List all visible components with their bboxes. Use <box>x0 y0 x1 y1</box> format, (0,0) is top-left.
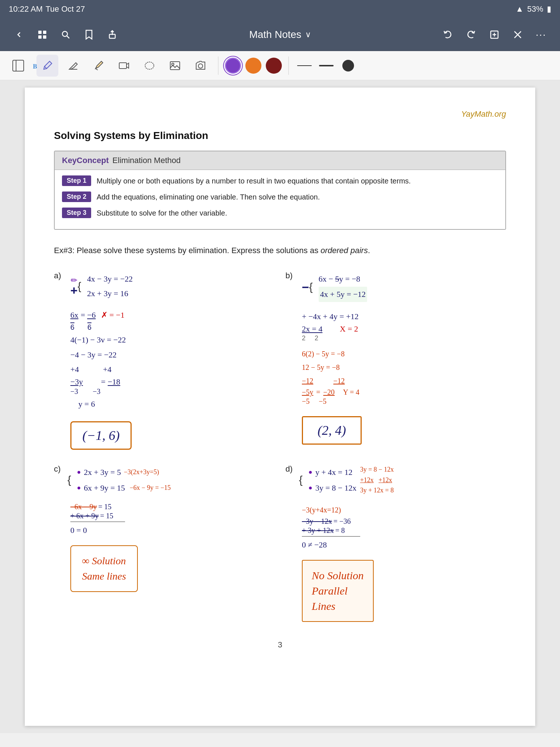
title-chevron[interactable]: ∨ <box>305 30 311 39</box>
section-title: Solving Systems by Elimination <box>54 130 506 142</box>
grid-button[interactable] <box>34 27 50 43</box>
exercise-d-rearrange: 3y = 8 − 12x +12x +12x 3y + 12x = 8 <box>360 464 394 496</box>
exercise-b-label: b) <box>285 271 296 280</box>
eq-b1: 6x − 5y = −8 <box>319 272 367 286</box>
step-1-text: Multiply one or both equations by a numb… <box>97 175 411 186</box>
exercise-grid: a) ✏ + { <box>54 271 506 626</box>
exercise-b: b) − { 6x − 5y = −8 4x + 5y = −12 <box>285 271 506 453</box>
status-bar: 10:22 AM Tue Oct 27 ▲ 53% ▮ <box>0 0 560 18</box>
answer-d: No SolutionParallelLines <box>302 560 374 622</box>
exercise-c-content: { ● 2x + 3y = 5 −3(2x+3y=5) ● <box>70 464 171 592</box>
svg-line-5 <box>67 36 70 38</box>
eq-c1: 2x + 3y = 5 <box>84 465 121 479</box>
exercise-d-label: d) <box>285 464 296 474</box>
key-concept-label: KeyConcept <box>62 156 109 165</box>
eq-c2: 6x + 9y = 15 <box>84 481 125 495</box>
close-button[interactable] <box>510 27 526 43</box>
eq-d2: 3y = 8 − 12x <box>315 481 357 495</box>
exercise-d: d) { ● y + 4x = 12 <box>285 464 506 626</box>
exercise-d-content: { ● y + 4x = 12 ● 3y = 8 − 12x <box>302 464 394 622</box>
sidebar-toggle[interactable] <box>7 55 29 77</box>
redo-button[interactable] <box>463 27 479 43</box>
eq-a2: 2x + 3y = 16 <box>87 287 133 300</box>
step-2-badge: Step 2 <box>62 191 91 202</box>
svg-rect-19 <box>170 62 180 70</box>
exercise-a-label: a) <box>54 271 65 280</box>
step-3-row: Step 3 Substitute to solve for the other… <box>62 208 498 218</box>
camera-tool[interactable] <box>190 55 211 77</box>
separator-2 <box>288 57 289 75</box>
page-container: YayMath.org Solving Systems by Eliminati… <box>0 80 560 733</box>
document-title: Math Notes <box>249 29 301 40</box>
exercise-a-content: ✏ + { 4x − 3y = −22 2x + 3y = 16 <box>70 271 133 450</box>
document-page: YayMath.org Solving Systems by Eliminati… <box>25 88 535 726</box>
exercise-c-work: −6x − 9y = 15 + 6x + 9y = 15 0 = 0 <box>70 499 171 542</box>
svg-rect-12 <box>13 60 24 71</box>
watermark: YayMath.org <box>54 109 506 119</box>
svg-rect-1 <box>43 31 46 34</box>
main-toolbar: Math Notes ∨ <box>0 18 560 51</box>
toolbar-left <box>11 27 120 43</box>
answer-a: (−1, 6) <box>70 421 132 450</box>
wifi-icon: ▲ <box>516 4 524 14</box>
eq-b2: 4x + 5y = −12 <box>319 287 367 302</box>
exercise-a: a) ✏ + { <box>54 271 275 453</box>
exercise-d-work: −3(y+4x=12) −3y − 12x = −36 + 3y + 12x =… <box>302 499 394 556</box>
separator-1 <box>218 57 218 75</box>
undo-button[interactable] <box>440 27 456 43</box>
color-purple[interactable] <box>225 58 241 74</box>
svg-point-18 <box>145 62 154 69</box>
battery: 53% <box>527 4 543 14</box>
step-3-text: Substitute to solve for the other variab… <box>97 208 227 218</box>
date: Tue Oct 27 <box>46 4 85 14</box>
more-button[interactable]: ··· <box>533 27 549 43</box>
svg-point-4 <box>62 31 67 36</box>
image-tool[interactable] <box>164 55 186 77</box>
status-left: 10:22 AM Tue Oct 27 <box>9 4 85 14</box>
pen-thick[interactable] <box>339 57 357 75</box>
key-concept-body: Step 1 Multiply one or both equations by… <box>55 170 505 229</box>
answer-b: (2, 4) <box>302 416 362 445</box>
search-button[interactable] <box>58 27 74 43</box>
toolbar-right: ··· <box>440 27 549 43</box>
step-2-row: Step 2 Add the equations, eliminating on… <box>62 191 498 202</box>
highlighter-tool[interactable] <box>88 55 109 77</box>
exercise-intro: Ex#3: Please solve these systems by elim… <box>54 244 506 256</box>
share-button[interactable] <box>104 27 120 43</box>
color-dark-red[interactable] <box>266 58 282 74</box>
exercise-b-content: − { 6x − 5y = −8 4x + 5y = −12 <box>302 271 367 445</box>
eraser-tool[interactable] <box>62 55 84 77</box>
page-number: 3 <box>54 640 506 650</box>
battery-icon: ▮ <box>547 4 551 14</box>
status-right: ▲ 53% ▮ <box>516 4 551 14</box>
pen-medium[interactable] <box>317 57 335 75</box>
svg-rect-2 <box>38 35 42 39</box>
toolbar-center: Math Notes ∨ <box>249 29 311 40</box>
eq-d1: y + 4x = 12 <box>315 465 353 479</box>
step-2-text: Add the equations, eliminating one varia… <box>97 191 320 202</box>
time: 10:22 AM <box>9 4 43 14</box>
pen-thin[interactable] <box>295 57 314 75</box>
exercise-a-work: 6x = −6 ✗ = −1 6 6 4(−1) − 3v = −22 <box>70 303 133 416</box>
answer-c: ∞ SolutionSame lines <box>70 545 138 592</box>
key-concept-box: KeyConcept Elimination Method Step 1 Mul… <box>54 151 506 230</box>
back-button[interactable] <box>11 27 27 43</box>
key-concept-header: KeyConcept Elimination Method <box>55 151 505 170</box>
exercise-c-label: c) <box>54 464 65 474</box>
key-concept-title: Elimination Method <box>112 156 180 165</box>
bookmark-button[interactable] <box>81 27 97 43</box>
add-page-button[interactable] <box>486 27 502 43</box>
color-swatches <box>225 58 282 74</box>
svg-line-16 <box>96 69 98 70</box>
color-orange[interactable] <box>245 58 261 74</box>
step-3-badge: Step 3 <box>62 208 91 218</box>
video-tool[interactable] <box>113 55 135 77</box>
svg-rect-3 <box>43 35 46 39</box>
lasso-tool[interactable] <box>139 55 160 77</box>
svg-rect-0 <box>38 31 42 34</box>
exercise-c: c) { ● 2x + 3y = 5 −3(2x+3y=5) <box>54 464 275 626</box>
exercise-b-work: + −4x + 4y = +12 2x = 4 X = 2 2 2 6(2) −… <box>302 305 367 411</box>
svg-point-21 <box>198 64 203 68</box>
pen-tool[interactable] <box>36 55 58 77</box>
step-1-badge: Step 1 <box>62 175 91 186</box>
